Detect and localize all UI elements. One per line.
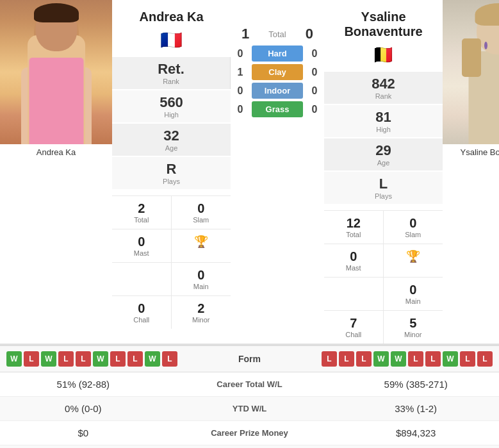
right-chall-cell: 7 Chall	[324, 310, 384, 344]
left-stats-panel: Andrea Ka 🇫🇷 Ret. Rank 560 High 32	[112, 0, 231, 344]
left-high-label: High	[113, 111, 229, 119]
form-label: Form	[177, 354, 322, 364]
left-age-label: Age	[113, 144, 229, 152]
left-form-badge-7: L	[127, 351, 143, 367]
left-chall-cell: 0 Chall	[112, 295, 172, 329]
right-form-badge-3: W	[373, 351, 389, 367]
indoor-button[interactable]: Indoor	[252, 83, 303, 99]
total-row: 1 Total 0	[241, 26, 313, 42]
right-plays-value: L	[379, 176, 388, 192]
surface-row-hard: 0 Hard 0	[234, 46, 321, 62]
clay-left-score: 1	[234, 67, 247, 78]
center-panel: 1 Total 0 0 Hard 0 1 Clay 0 0 Indoor	[231, 0, 324, 344]
left-mast-cell: 0 Mast	[112, 229, 172, 262]
left-form-badge-1: L	[24, 351, 39, 367]
stats-row-0: 51% (92-88) Career Total W/L 59% (385-27…	[0, 372, 499, 397]
right-form-badge-0: L	[322, 351, 337, 367]
left-form-badge-0: W	[6, 351, 22, 367]
right-form-badges: LLLWWLLWLL	[322, 351, 493, 367]
indoor-right-score: 0	[308, 85, 321, 97]
total-left: 1	[241, 26, 249, 42]
stats-right-0: 59% (385-271)	[332, 379, 499, 390]
stats-row-2: $0 Career Prize Money $894,323	[0, 421, 499, 445]
stats-label-1: YTD W/L	[167, 404, 333, 413]
stats-table: 51% (92-88) Career Total W/L 59% (385-27…	[0, 372, 499, 448]
main-container: Andrea Ka Andrea Ka 🇫🇷 Ret. Rank 560 Hig…	[0, 0, 499, 448]
right-plays-label: Plays	[325, 192, 441, 200]
hard-button[interactable]: Hard	[252, 46, 303, 62]
left-stats-grid: 2 Total 0 Slam 0 Mast 🏆 0	[112, 195, 231, 329]
grass-button[interactable]: Grass	[252, 101, 303, 117]
right-player-name: Ysaline Bonaventure	[324, 10, 443, 39]
surface-section: 0 Hard 0 1 Clay 0 0 Indoor 0 0 Grass	[234, 46, 321, 117]
right-stats-panel: Ysaline Bonaventure 🇧🇪 842 Rank 81 High …	[324, 0, 443, 344]
left-trophy-icon: 🏆	[194, 235, 208, 248]
right-trophy-cell: 🏆	[384, 244, 443, 277]
right-form-badge-5: L	[408, 351, 423, 367]
right-slam-cell: 0 Slam	[384, 210, 443, 244]
right-flag: 🇧🇪	[372, 44, 395, 65]
clay-right-score: 0	[308, 67, 321, 78]
left-main2-cell: 0 Main	[172, 262, 231, 295]
left-form-badge-4: L	[76, 351, 91, 367]
right-form-badge-8: L	[460, 351, 475, 367]
stats-right-1: 33% (1-2)	[332, 403, 499, 414]
left-high-value: 560	[160, 94, 183, 110]
left-total-cell: 2 Total	[112, 195, 172, 229]
right-trophy-icon: 🏆	[406, 250, 420, 263]
right-age-label: Age	[325, 159, 441, 167]
surface-row-indoor: 0 Indoor 0	[234, 83, 321, 99]
hard-left-score: 0	[234, 48, 247, 60]
stats-label-2: Career Prize Money	[167, 428, 333, 438]
stats-row-1: 0% (0-0) YTD W/L 33% (1-2)	[0, 397, 499, 421]
form-section: WLWLLWLLWL Form LLLWWLLWLL	[0, 345, 499, 372]
left-player-area: Andrea Ka	[0, 0, 112, 344]
grass-right-score: 0	[308, 104, 321, 115]
left-player-caption: Andrea Ka	[0, 144, 112, 160]
surface-row-grass: 0 Grass 0	[234, 101, 321, 117]
right-stats-grid: 12 Total 0 Slam 0 Mast 🏆 0 Ma	[324, 210, 443, 344]
stats-left-0: 51% (92-88)	[0, 379, 167, 390]
left-rank-label: Rank	[113, 78, 229, 85]
right-rank-value: 842	[372, 76, 395, 92]
clay-button[interactable]: Clay	[252, 64, 303, 80]
stats-row-3: 0 YTD Titles 0	[0, 445, 499, 448]
stats-label-0: Career Total W/L	[167, 379, 333, 389]
stats-left-1: 0% (0-0)	[0, 403, 167, 414]
right-form-badge-1: L	[339, 351, 354, 367]
left-form-badges: WLWLLWLLWL	[6, 351, 177, 367]
right-age-value: 29	[375, 142, 391, 158]
left-player-photo	[0, 0, 112, 144]
right-main-blank	[324, 277, 384, 310]
right-form-badge-9: L	[477, 351, 493, 367]
left-plays-label: Plays	[113, 178, 229, 185]
left-slam-cell: 0 Slam	[172, 195, 231, 229]
indoor-left-score: 0	[234, 85, 247, 97]
left-form-badge-6: L	[110, 351, 126, 367]
right-form-badge-7: W	[443, 351, 458, 367]
left-trophy-cell: 🏆	[172, 229, 231, 262]
surface-row-clay: 1 Clay 0	[234, 64, 321, 80]
right-total-cell: 12 Total	[324, 210, 384, 244]
stats-left-2: $0	[0, 427, 167, 438]
left-age-value: 32	[163, 128, 179, 144]
left-form-badge-5: W	[93, 351, 108, 367]
right-player-area: Ysaline Bonaventure	[443, 0, 499, 344]
total-center-label: Total	[268, 29, 286, 39]
left-caption-text: Andrea Ka	[37, 147, 76, 157]
hard-right-score: 0	[308, 48, 321, 60]
grass-left-score: 0	[234, 104, 247, 115]
left-form-badge-8: W	[145, 351, 160, 367]
right-form-badge-6: L	[425, 351, 441, 367]
total-right: 0	[306, 26, 313, 42]
right-player-photo	[443, 0, 499, 144]
right-caption-text: Ysaline Bonaventure	[461, 147, 500, 157]
right-high-value: 81	[375, 109, 391, 125]
right-mast-cell: 0 Mast	[324, 244, 384, 277]
stats-right-2: $894,323	[332, 427, 499, 438]
left-plays-value: R	[167, 161, 177, 177]
left-flag: 🇫🇷	[160, 29, 183, 51]
right-main2-cell: 0 Main	[384, 277, 443, 310]
left-form-badge-3: L	[58, 351, 74, 367]
left-form-badge-2: W	[41, 351, 56, 367]
